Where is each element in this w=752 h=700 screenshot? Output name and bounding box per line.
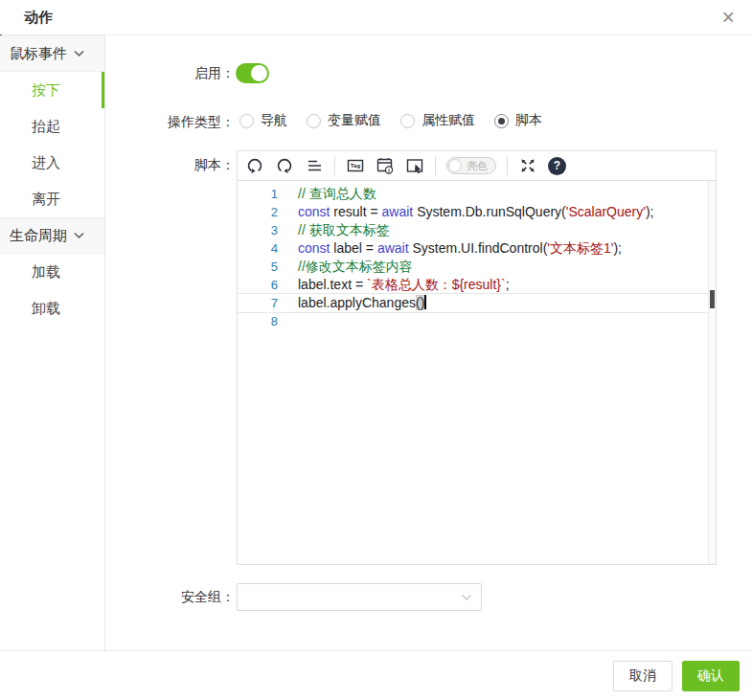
code-text: label.text = `表格总人数：${result}`; [298,276,510,294]
sidebar-item[interactable]: 离开 [0,181,104,217]
redo-icon[interactable] [275,156,294,175]
chevron-down-icon [67,232,84,239]
form-info-icon[interactable] [376,156,395,175]
code-token: label = [330,240,376,256]
editor-scrollbar[interactable] [708,181,716,564]
code-token: label.applyChanges [298,295,416,310]
radio-circle[interactable] [239,114,254,128]
line-number: 1 [238,185,278,203]
code-token: await [377,240,409,256]
sidebar-group-header[interactable]: 生命周期 [0,217,104,254]
format-icon[interactable] [305,156,324,175]
line-number: 4 [238,239,278,258]
line-number: 8 [238,312,278,330]
code-token: label.text = [298,277,367,292]
confirm-button[interactable]: 确认 [682,661,740,691]
code-text: const result = await System.Db.runSqlQue… [298,203,653,221]
code-token: await [382,204,414,219]
code-line[interactable]: 5//修改文本标签内容 [238,258,716,276]
chevron-down-icon [461,593,472,602]
code-lines: 1// 查询总人数2const result = await System.Db… [238,185,716,330]
undo-icon[interactable] [245,156,264,175]
code-token: const [298,204,330,219]
radio-option[interactable]: 导航 [239,112,287,129]
light-theme-toggle[interactable]: 亮色 [446,157,496,174]
enable-toggle[interactable] [236,63,269,83]
line-number: 5 [238,258,278,276]
sidebar-group-label: 生命周期 [10,227,67,245]
line-number: 7 [238,294,278,312]
toolbar-divider [507,156,508,175]
sidebar-item[interactable]: 进入 [0,145,104,181]
radio-circle[interactable] [494,114,509,128]
radio-label: 变量赋值 [328,112,381,129]
radio-label: 导航 [261,112,287,129]
toolbar-divider [334,156,335,175]
sidebar: 鼠标事件按下抬起进入离开生命周期加载卸载 [0,35,105,650]
line-number: 6 [238,276,278,294]
code-token: 'ScalarQuery' [566,204,646,219]
code-token: // 查询总人数 [298,186,376,201]
security-group-select[interactable] [237,583,482,611]
code-line[interactable]: 3// 获取文本标签 [238,221,716,239]
sidebar-item[interactable]: 加载 [0,254,104,290]
line-number: 2 [238,203,278,221]
text-cursor [424,295,426,309]
radio-label: 属性赋值 [422,112,475,129]
code-line[interactable]: 2const result = await System.Db.runSqlQu… [238,203,716,221]
script-label: 脚本： [105,157,235,174]
radio-circle[interactable] [307,114,321,128]
sidebar-item[interactable]: 抬起 [0,108,104,145]
radio-circle[interactable] [400,114,415,128]
code-token: System.UI.findControl( [409,240,548,256]
code-token: //修改文本标签内容 [298,259,413,274]
code-line[interactable]: 4const label = await System.UI.findContr… [238,239,716,258]
sidebar-group-header[interactable]: 鼠标事件 [0,35,104,72]
toggle-knob [251,65,267,81]
code-text: // 查询总人数 [298,185,376,203]
sidebar-item[interactable]: 卸载 [0,290,104,327]
code-token: result = [330,204,381,219]
editor-toolbar: Tag 亮色 ? [238,151,716,181]
close-icon[interactable]: × [722,4,735,31]
code-token: // 获取文本标签 [298,222,390,237]
radio-label: 脚本 [515,112,542,129]
radio-option[interactable]: 脚本 [494,112,542,129]
radio-option[interactable]: 属性赋值 [400,112,475,129]
sidebar-group-label: 鼠标事件 [10,45,67,63]
light-theme-toggle-knob [448,159,462,172]
help-icon[interactable]: ? [548,157,566,175]
code-line[interactable]: 6label.text = `表格总人数：${result}`; [238,276,716,294]
operation-options: 导航变量赋值属性赋值脚本 [239,112,542,129]
line-number: 3 [238,221,278,239]
dialog-header: 动作 × [0,0,752,35]
sidebar-item[interactable]: 按下 [0,72,104,108]
code-token: ; [506,277,510,292]
operation-type-label: 操作类型： [105,114,235,131]
security-group-label: 安全组： [105,589,235,606]
light-theme-toggle-label: 亮色 [467,159,488,173]
code-line[interactable]: 1// 查询总人数 [238,185,716,203]
cancel-button[interactable]: 取消 [613,661,672,691]
code-line[interactable]: 7label.applyChanges() [238,294,716,312]
code-text: // 获取文本标签 [298,221,390,239]
code-token: System.Db.runSqlQuery( [413,204,566,219]
tag-icon-text: Tag [351,162,361,169]
expand-icon[interactable] [518,156,537,175]
code-token: '文本标签1' [547,240,613,256]
enable-label: 启用： [105,65,235,82]
radio-option[interactable]: 变量赋值 [307,112,381,129]
code-line[interactable]: 8 [238,312,716,330]
code-token: `表格总人数：${result}` [367,277,506,292]
insert-control-icon[interactable] [405,156,424,175]
cursor-position-marker [710,290,715,308]
code-text: label.applyChanges() [298,294,426,312]
footer-divider [0,650,752,651]
code-text: const label = await System.UI.findContro… [298,239,622,258]
tag-icon[interactable]: Tag [346,156,365,175]
code-area[interactable]: 1// 查询总人数2const result = await System.Db… [238,181,716,564]
chevron-down-icon [67,50,84,57]
code-token: ); [613,240,622,256]
code-token: ( [416,295,421,310]
code-token: ); [646,204,654,219]
